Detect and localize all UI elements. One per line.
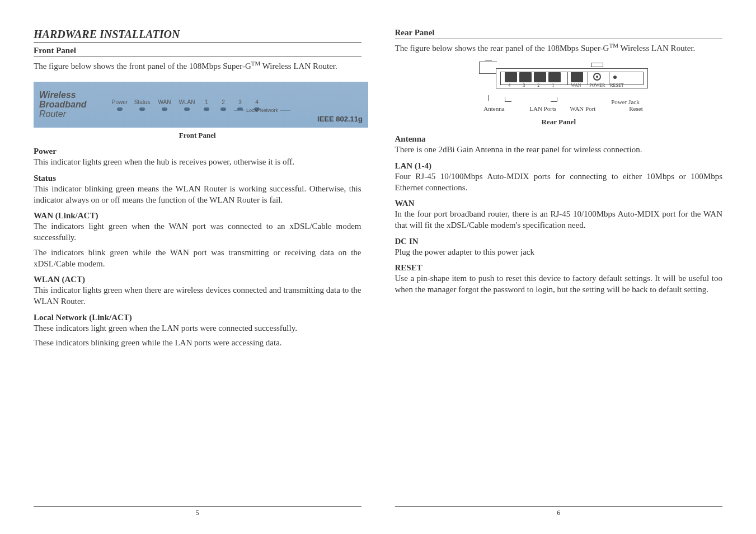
led-label: Status <box>134 99 150 105</box>
sec-wan-body-1: The indicators light green when the WAN … <box>34 221 361 243</box>
wan-tiny-label: WAN <box>571 83 581 88</box>
router-brand: Wireless Broadband Router <box>39 91 106 119</box>
lan-port-icon <box>548 72 561 82</box>
power-plug-icon <box>591 63 603 67</box>
bracket-icon <box>505 97 511 102</box>
tm-superscript: TM <box>609 42 618 49</box>
sec-wan-title: WAN (Link/ACT) <box>34 211 361 221</box>
wan-port-icon <box>571 72 583 82</box>
lan-port-icon <box>505 72 517 82</box>
separator-icon <box>609 72 609 85</box>
reset-tiny-label: RESET <box>610 83 623 88</box>
rear-panel-caption: Rear Panel <box>542 118 576 127</box>
sec-dcin-body: Plug the power adapter to this power jac… <box>395 246 723 257</box>
sec-wlan-body: This indicator lights green when there a… <box>34 284 361 307</box>
port-num-4: 4 <box>508 83 510 88</box>
sec-reset-title: RESET <box>395 263 723 273</box>
brand-line-3: Router <box>39 110 106 119</box>
lan-ports-callout: LAN Ports <box>529 105 556 112</box>
led-label: Power <box>112 99 128 105</box>
bracket-line-icon <box>280 110 290 111</box>
arrow-icon <box>488 95 489 101</box>
led-dot-icon <box>184 107 190 111</box>
led-power: Power <box>109 99 131 111</box>
sec-dcin-title: DC IN <box>395 237 723 246</box>
led-label: 1 <box>205 99 208 105</box>
sec-antenna-body: There is one 2dBi Gain Antenna in the re… <box>395 144 723 155</box>
power-tiny-label: POWER <box>589 83 605 88</box>
rear-panel-subhead: Rear Panel <box>395 28 723 39</box>
sec-wan2-title: WAN <box>395 199 723 208</box>
led-label: 3 <box>238 99 242 105</box>
sec-antenna-title: Antenna <box>395 134 723 144</box>
led-status: Status <box>131 99 153 111</box>
port-num-3: 3 <box>523 83 525 88</box>
sec-status-title: Status <box>34 174 361 183</box>
rear-panel-svg: 4 3 2 1 WAN POWER RESET <box>463 62 654 95</box>
right-page-number: 6 <box>395 506 723 517</box>
front-panel-intro: The figure below shows the front panel o… <box>34 59 361 72</box>
port-num-2: 2 <box>537 83 539 88</box>
bracket-line-icon <box>234 110 244 111</box>
sec-localnet-title: Local Network (Link/ACT) <box>34 313 361 322</box>
led-dot-icon <box>117 107 123 111</box>
led-wlan: WLAN <box>176 99 198 111</box>
power-jack-callout: Power Jack <box>611 99 639 105</box>
intro-text-b: Wireless LAN Router. <box>618 44 695 53</box>
hardware-install-heading: HARDWARE INSTALLATION <box>34 28 361 43</box>
front-panel-caption: Front Panel <box>34 131 361 140</box>
tm-superscript: TM <box>251 60 261 67</box>
right-page: Rear Panel The figure below shows the re… <box>378 28 740 517</box>
led-label: 4 <box>255 99 259 105</box>
led-label: 2 <box>222 99 225 105</box>
sec-status-body: This indicator blinking green means the … <box>34 183 361 206</box>
intro-text-b: Wireless LAN Router. <box>260 62 337 71</box>
wan-port-callout: WAN Port <box>570 105 595 112</box>
sec-lan-body: Four RJ-45 10/100Mbps Auto-MDIX ports fo… <box>395 171 723 194</box>
sec-lan-title: LAN (1-4) <box>395 161 723 171</box>
local-network-label: Local Network <box>246 107 278 113</box>
intro-text-a: The figure below shows the rear panel of… <box>395 44 609 53</box>
led-dot-icon <box>162 107 167 111</box>
led-dot-icon <box>204 107 209 111</box>
sec-wan2-body: In the four port broadband router, there… <box>395 208 723 231</box>
antenna-callout: Antenna <box>483 105 504 112</box>
reset-callout: Reset <box>629 105 642 112</box>
led-label: WAN <box>158 99 171 105</box>
port-num-1: 1 <box>552 83 554 88</box>
led-1: 1 <box>198 99 215 111</box>
sec-localnet-body-1: These indicators light green when the LA… <box>34 322 361 334</box>
led-wan: WAN <box>153 99 176 111</box>
separator-icon <box>588 72 588 85</box>
lan-port-icon <box>519 72 532 82</box>
rear-panel-figure: 4 3 2 1 WAN POWER RESET Antenna LAN Port… <box>395 62 723 131</box>
ieee-label: IEEE 802.11g <box>317 115 363 123</box>
brand-line-2: Broadband <box>39 100 106 110</box>
front-panel-figure: Wireless Broadband Router Power Status W… <box>34 82 368 128</box>
led-label: WLAN <box>179 99 195 105</box>
rear-panel-intro: The figure below shows the rear panel of… <box>395 41 723 54</box>
antenna-icon <box>479 62 497 74</box>
led-2: 2 <box>215 99 232 111</box>
brand-line-1: Wireless <box>39 91 106 100</box>
rear-panel-callouts: Antenna LAN Ports WAN Port Power Jack Re… <box>463 95 654 115</box>
led-dot-icon <box>139 107 145 111</box>
intro-text-a: The figure below shows the front panel o… <box>34 62 251 71</box>
sec-reset-body: Use a pin-shape item to push to reset th… <box>395 273 723 296</box>
separator-icon <box>567 72 568 85</box>
left-page-number: 5 <box>34 506 361 517</box>
sec-localnet-body-2: These indicators blinking green while th… <box>34 337 361 348</box>
local-network-bracket: Local Network <box>234 107 290 113</box>
bracket-icon <box>551 97 557 102</box>
sec-power-title: Power <box>34 147 361 156</box>
sec-wlan-title: WLAN (ACT) <box>34 275 361 284</box>
led-dot-icon <box>220 107 226 111</box>
sec-power-body: This indicator lights green when the hub… <box>34 156 361 167</box>
sec-wan-body-2: The indicators blink green while the WAN… <box>34 247 361 270</box>
front-panel-subhead: Front Panel <box>34 46 361 57</box>
lan-port-icon <box>534 72 546 82</box>
left-page: HARDWARE INSTALLATION Front Panel The fi… <box>17 28 378 517</box>
